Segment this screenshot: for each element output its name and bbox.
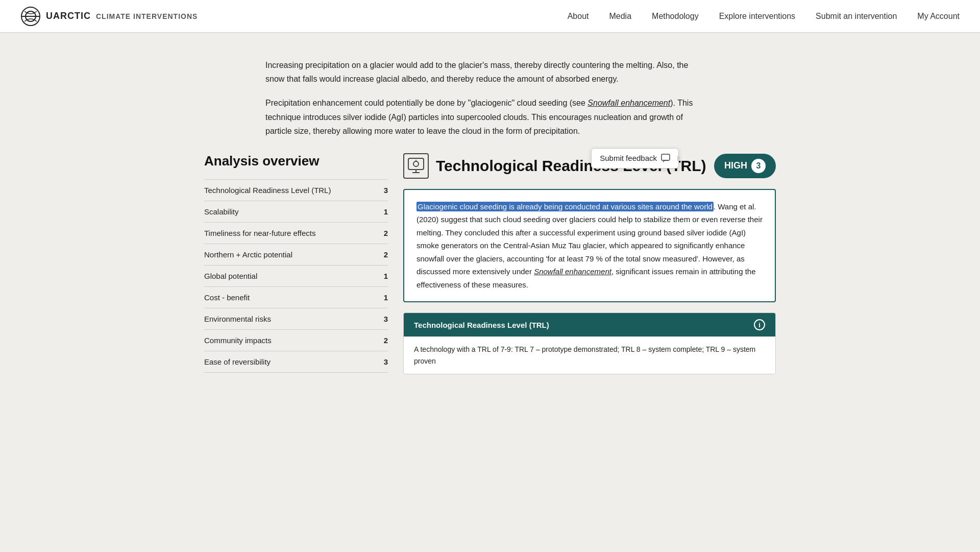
trl-section: Analysis overview Technological Readines…	[204, 153, 776, 374]
analysis-item-label: Global potential	[204, 272, 257, 280]
nav-link-account[interactable]: My Account	[917, 12, 960, 21]
analysis-item-score: 3	[384, 357, 388, 366]
trl-info-box: Technological Readiness Level (TRL) i A …	[403, 313, 776, 374]
monitor-icon	[407, 157, 425, 175]
analysis-item-label: Scalability	[204, 207, 239, 216]
analysis-list-item[interactable]: Global potential 1	[204, 266, 388, 287]
analysis-sidebar: Analysis overview Technological Readines…	[204, 153, 388, 374]
nav-link-explore[interactable]: Explore interventions	[719, 12, 795, 21]
page-content: Increasing precipitation on a glacier wo…	[184, 33, 796, 374]
trl-info-header: Technological Readiness Level (TRL) i	[404, 313, 775, 337]
submit-feedback-tooltip[interactable]: Submit feedback	[591, 148, 679, 169]
analysis-list-item[interactable]: Environmental risks 3	[204, 308, 388, 330]
trl-badge: HIGH 3	[714, 154, 776, 178]
analysis-list-item[interactable]: Scalability 1	[204, 201, 388, 223]
trl-section-icon	[403, 153, 429, 179]
analysis-list-item[interactable]: Community impacts 2	[204, 330, 388, 351]
nav-link-media[interactable]: Media	[609, 12, 631, 21]
analysis-item-label: Ease of reversibility	[204, 357, 271, 366]
intro-text-block: Increasing precipitation on a glacier wo…	[265, 58, 704, 138]
analysis-item-score: 1	[384, 293, 388, 302]
navbar: UArctic CLIMATE INTERVENTIONS About Medi…	[0, 0, 980, 33]
trl-info-header-title: Technological Readiness Level (TRL)	[414, 321, 549, 329]
analysis-item-label: Environmental risks	[204, 315, 271, 323]
info-icon: i	[754, 319, 765, 330]
intro-p2-before: Precipitation enhancement could potentia…	[265, 99, 587, 107]
nav-brand: UArctic	[46, 11, 91, 21]
analysis-item-label: Community impacts	[204, 336, 272, 345]
analysis-item-score: 2	[384, 250, 388, 259]
trl-header: Technological Readiness Level (TRL) Subm…	[403, 153, 776, 179]
trl-content-paragraph: Glaciogenic cloud seeding is already bei…	[416, 200, 763, 292]
nav-link-submit[interactable]: Submit an intervention	[816, 12, 897, 21]
snowfall-enhancement-link-2[interactable]: Snowfall enhancement	[534, 267, 611, 276]
analysis-list-item[interactable]: Technological Readiness Level (TRL) 3	[204, 179, 388, 201]
analysis-list-item[interactable]: Ease of reversibility 3	[204, 351, 388, 373]
analysis-item-score: 2	[384, 229, 388, 237]
analysis-list-item[interactable]: Cost - benefit 1	[204, 287, 388, 308]
trl-info-body: A technology with a TRL of 7-9: TRL 7 – …	[404, 337, 775, 374]
nav-link-methodology[interactable]: Methodology	[652, 12, 699, 21]
uarctic-logo-icon	[20, 6, 41, 27]
nav-link-about[interactable]: About	[568, 12, 589, 21]
analysis-item-label: Technological Readiness Level (TRL)	[204, 186, 331, 195]
analysis-items-list: Technological Readiness Level (TRL) 3 Sc…	[204, 179, 388, 373]
analysis-overview-title: Analysis overview	[204, 153, 388, 169]
trl-content-box: Glaciogenic cloud seeding is already bei…	[403, 189, 776, 303]
analysis-item-score: 3	[384, 315, 388, 323]
trl-badge-label: HIGH	[724, 160, 747, 171]
analysis-item-score: 1	[384, 272, 388, 280]
analysis-list-item[interactable]: Northern + Arctic potential 2	[204, 244, 388, 266]
analysis-item-score: 3	[384, 186, 388, 195]
analysis-item-score: 2	[384, 336, 388, 345]
nav-logo[interactable]: UArctic CLIMATE INTERVENTIONS	[20, 6, 198, 27]
analysis-item-label: Cost - benefit	[204, 293, 250, 302]
analysis-item-score: 1	[384, 207, 388, 216]
nav-links: About Media Methodology Explore interven…	[568, 12, 960, 21]
highlighted-text: Glaciogenic cloud seeding is already bei…	[416, 202, 714, 211]
analysis-list-item[interactable]: Timeliness for near-future effects 2	[204, 223, 388, 244]
analysis-item-label: Timeliness for near-future effects	[204, 229, 315, 237]
trl-badge-number: 3	[751, 159, 766, 173]
svg-rect-8	[662, 154, 670, 160]
trl-content: Technological Readiness Level (TRL) Subm…	[403, 153, 776, 374]
analysis-item-label: Northern + Arctic potential	[204, 250, 292, 259]
snowfall-enhancement-link-1[interactable]: Snowfall enhancement	[587, 99, 670, 107]
svg-point-6	[413, 161, 419, 166]
nav-title: CLIMATE INTERVENTIONS	[96, 12, 198, 20]
intro-paragraph-1: Increasing precipitation on a glacier wo…	[265, 58, 704, 86]
content-rest: . Wang et al. (2020) suggest that such c…	[416, 202, 763, 276]
feedback-icon	[661, 154, 670, 163]
submit-feedback-label: Submit feedback	[600, 154, 657, 162]
intro-paragraph-2: Precipitation enhancement could potentia…	[265, 96, 704, 138]
